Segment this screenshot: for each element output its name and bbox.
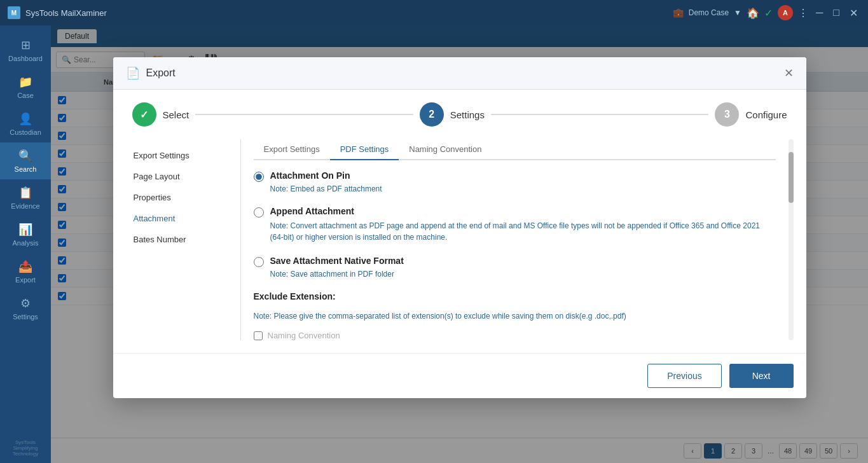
modal-overlay: 📄 Export ✕ ✓ Select 2 Settings [51, 25, 868, 463]
sidebar-item-search[interactable]: 🔍 Search [0, 142, 51, 179]
append-attachment-option: Append Attachment [254, 206, 769, 218]
modal-sidebar: Export Settings Page Layout Properties A… [126, 139, 228, 340]
attachment-on-pin-label: Attachment On Pin [270, 170, 350, 181]
close-button[interactable]: ✕ [847, 7, 860, 19]
analysis-icon: 📊 [18, 223, 32, 237]
modal-content-area: Export Settings PDF Settings Naming Conv… [254, 139, 776, 340]
sidebar-label-settings: Settings [13, 313, 38, 321]
sidebar-label-dashboard: Dashboard [8, 55, 43, 62]
dashboard-icon: ⊞ [21, 38, 31, 52]
briefcase-icon: 💼 [673, 8, 684, 18]
modal-sidebar-attachment[interactable]: Attachment [126, 209, 228, 228]
sidebar-item-custodian[interactable]: 👤 Custodian [0, 106, 51, 142]
case-info: 💼 Demo Case ▼ 🏠 ✓ A ⋮ ─ □ ✕ [673, 5, 860, 20]
avatar: A [778, 5, 793, 20]
app-logo: M [8, 6, 20, 19]
append-attachment-group: Append Attachment Note: Convert attachme… [254, 206, 769, 243]
case-name: Demo Case [689, 8, 729, 17]
step-2-label: Settings [450, 109, 485, 120]
modal-sidebar-bates-number[interactable]: Bates Number [126, 230, 228, 249]
app-title: SysTools MailXaminer [25, 8, 673, 18]
step-connector-2 [491, 114, 709, 115]
titlebar: M SysTools MailXaminer 💼 Demo Case ▼ 🏠 ✓… [0, 0, 868, 25]
sidebar-item-dashboard[interactable]: ⊞ Dashboard [0, 32, 51, 69]
settings-icon: ⚙ [20, 296, 31, 310]
sidebar-label-evidence: Evidence [11, 202, 39, 210]
main-content: Default 🔍 Sear... 📁 ↑ ⚙ 💾 ⋯ Name From Su… [51, 25, 868, 463]
case-icon: 📁 [18, 75, 32, 89]
save-native-label: Save Attachment Native Format [270, 256, 404, 266]
status-check-icon: ✓ [764, 7, 773, 19]
sidebar-item-export[interactable]: 📤 Export [0, 253, 51, 290]
attachment-on-pin-group: Attachment On Pin Note: Embed as PDF att… [254, 170, 769, 193]
modal-scroll-area[interactable]: Attachment On Pin Note: Embed as PDF att… [254, 170, 776, 340]
step-connector-1 [195, 114, 413, 115]
sidebar-label-export: Export [15, 276, 36, 284]
app-layout: ⊞ Dashboard 📁 Case 👤 Custodian 🔍 Search … [0, 25, 868, 463]
step-2-circle: 2 [420, 102, 444, 127]
modal-header: 📄 Export ✕ [113, 57, 806, 90]
modal-title: Export [146, 67, 784, 79]
minimize-button[interactable]: ─ [813, 7, 825, 18]
sidebar-label-case: Case [17, 92, 34, 99]
sidebar-item-case[interactable]: 📁 Case [0, 69, 51, 106]
more-icon[interactable]: ⋮ [798, 7, 808, 19]
modal-sidebar-properties[interactable]: Properties [126, 188, 228, 207]
sidebar-item-evidence[interactable]: 📋 Evidence [0, 179, 51, 216]
sidebar-item-analysis[interactable]: 📊 Analysis [0, 216, 51, 253]
export-modal: 📄 Export ✕ ✓ Select 2 Settings [113, 57, 806, 398]
modal-body: Export Settings Page Layout Properties A… [113, 139, 806, 353]
step-3-circle: 3 [715, 102, 739, 127]
tab-export-settings[interactable]: Export Settings [254, 139, 330, 160]
attachment-on-pin-option: Attachment On Pin [254, 170, 769, 182]
naming-convention-group: Naming Convention [254, 331, 769, 340]
maximize-button[interactable]: □ [830, 7, 842, 18]
sidebar-label-custodian: Custodian [10, 128, 41, 136]
export-icon: 📤 [18, 259, 32, 273]
sidebar-label-analysis: Analysis [13, 239, 39, 247]
branding: SysToolsSimplifying Technology [0, 433, 51, 463]
tab-naming-convention[interactable]: Naming Convention [399, 139, 492, 160]
previous-button[interactable]: Previous [647, 364, 721, 388]
home-icon[interactable]: 🏠 [747, 7, 759, 19]
save-native-note: Note: Save attachment in PDF folder [270, 270, 769, 279]
modal-scrollbar-thumb [789, 152, 794, 203]
step-3-label: Configure [745, 109, 787, 120]
sidebar-item-settings[interactable]: ⚙ Settings [0, 290, 51, 327]
naming-convention-label: Naming Convention [268, 331, 340, 340]
attachment-on-pin-note: Note: Embed as PDF attachment [270, 184, 769, 193]
modal-sidebar-page-layout[interactable]: Page Layout [126, 167, 228, 186]
save-native-option: Save Attachment Native Format [254, 256, 769, 267]
append-attachment-radio[interactable] [254, 207, 264, 218]
next-button[interactable]: Next [729, 364, 794, 388]
modal-footer: Previous Next [113, 353, 806, 398]
step-3: 3 Configure [715, 102, 787, 127]
step-1-circle: ✓ [132, 102, 156, 127]
append-attachment-label: Append Attachment [270, 206, 354, 216]
exclude-label: Exclude Extension: [254, 291, 769, 301]
evidence-icon: 📋 [18, 186, 32, 200]
modal-tabs: Export Settings PDF Settings Naming Conv… [254, 139, 776, 160]
dropdown-icon[interactable]: ▼ [734, 8, 741, 17]
modal-header-icon: 📄 [126, 66, 140, 80]
exclude-note: Note: Please give the comma-separated li… [254, 312, 769, 321]
save-native-radio[interactable] [254, 257, 264, 267]
sidebar-divider [240, 139, 241, 340]
custodian-icon: 👤 [18, 112, 32, 126]
step-1: ✓ Select [132, 102, 189, 127]
exclude-section: Exclude Extension: Note: Please give the… [254, 291, 769, 321]
search-icon: 🔍 [18, 149, 32, 163]
sidebar-label-search: Search [15, 165, 37, 173]
sidebar: ⊞ Dashboard 📁 Case 👤 Custodian 🔍 Search … [0, 25, 51, 463]
stepper: ✓ Select 2 Settings 3 Configure [113, 90, 806, 139]
attachment-on-pin-radio[interactable] [254, 172, 264, 182]
step-1-label: Select [163, 109, 189, 120]
append-attachment-note: Note: Convert attachment as PDF page and… [270, 220, 769, 243]
save-native-group: Save Attachment Native Format Note: Save… [254, 256, 769, 279]
modal-scrollbar[interactable] [789, 139, 794, 340]
naming-convention-checkbox[interactable] [254, 331, 263, 340]
modal-sidebar-export-settings[interactable]: Export Settings [126, 146, 228, 165]
tab-pdf-settings[interactable]: PDF Settings [330, 139, 399, 160]
step-2: 2 Settings [420, 102, 485, 127]
modal-close-button[interactable]: ✕ [784, 66, 794, 80]
